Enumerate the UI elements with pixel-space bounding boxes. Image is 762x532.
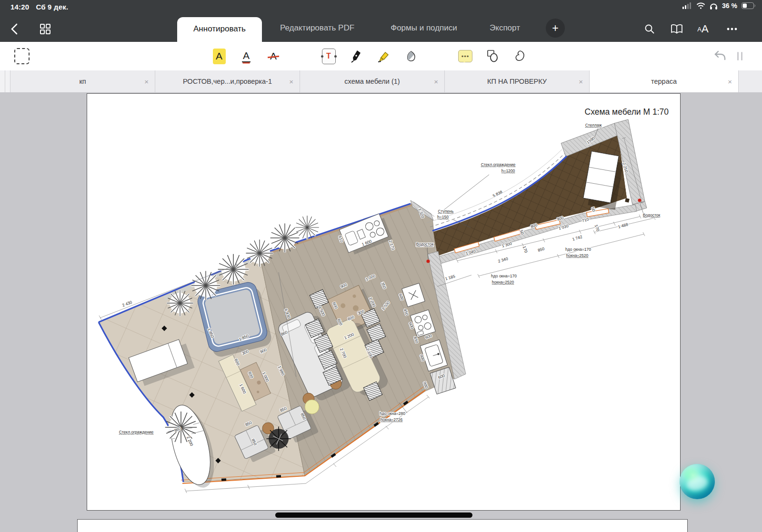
close-icon[interactable]: × <box>289 78 293 86</box>
svg-text:5 838: 5 838 <box>492 189 503 198</box>
tab-annotate[interactable]: Аннотировать <box>177 17 262 42</box>
grid-view-icon[interactable] <box>37 21 53 37</box>
svg-text:1 185: 1 185 <box>444 274 456 281</box>
highlight-tool[interactable]: A <box>210 42 229 70</box>
svg-text:Стекл.ограждение: Стекл.ограждение <box>119 430 154 434</box>
svg-text:hдо окна=170: hдо окна=170 <box>491 274 517 278</box>
pdf-page: Схема мебели М 1:70 <box>87 94 680 510</box>
search-icon[interactable] <box>642 21 658 37</box>
svg-text:170: 170 <box>522 246 529 254</box>
tab-edit-pdf[interactable]: Редактировать PDF <box>270 14 365 42</box>
svg-text:hокна=2520: hокна=2520 <box>566 253 589 258</box>
svg-text:Водосток: Водосток <box>643 213 661 217</box>
text-size-icon[interactable]: AA <box>695 21 711 37</box>
undo-button[interactable] <box>711 42 730 70</box>
document-tab-bar: кп× РОСТОВ,чер...и,проверка-1× схема меб… <box>0 70 762 93</box>
comment-tool[interactable]: ••• <box>456 42 475 70</box>
svg-text:Стеллаж: Стеллаж <box>585 123 602 128</box>
room-marker <box>625 198 629 202</box>
close-icon[interactable]: × <box>144 78 149 86</box>
highlighter-icon <box>377 49 390 63</box>
text-box-tool[interactable]: T <box>319 42 338 70</box>
annotation-toolbar: A A A T ••• <box>0 42 762 71</box>
shapes-icon <box>486 49 500 63</box>
eraser-icon <box>405 49 417 63</box>
tab-forms-signatures[interactable]: Формы и подписи <box>377 14 471 42</box>
pdf-page-next[interactable] <box>78 520 687 532</box>
status-bar: 14:20Сб 9 дек. 36 % <box>0 0 762 14</box>
svg-text:hокна=2520: hокна=2520 <box>492 280 514 285</box>
svg-text:850: 850 <box>537 246 545 253</box>
highlighter-tool[interactable] <box>374 42 393 70</box>
lasso-icon <box>513 49 527 63</box>
text-box-icon: T <box>322 49 336 64</box>
more-menu-icon[interactable] <box>724 21 740 37</box>
drain-dot-right <box>638 198 641 202</box>
toolbar-drag-handle[interactable] <box>732 42 747 70</box>
svg-text:1 488: 1 488 <box>617 222 629 229</box>
strikethrough-tool[interactable]: A <box>264 42 283 70</box>
underline-tool[interactable]: A <box>237 42 256 70</box>
top-bar: 14:20Сб 9 дек. 36 % Аннотировать Редакти… <box>0 0 762 42</box>
tab-export[interactable]: Экспорт <box>482 14 528 42</box>
pouf-yellow <box>305 400 319 414</box>
pen-tool[interactable] <box>346 42 365 70</box>
strikethrough-a-icon: A <box>269 50 278 62</box>
svg-text:2 340: 2 340 <box>497 256 509 264</box>
doc-tab-kp-na-proverku[interactable]: КП НА ПРОВЕРКУ× <box>445 70 590 92</box>
plan-drawing: Стеллаж15902 250Стекл.ограждениеh=12005 … <box>87 94 680 510</box>
svg-text:1 742: 1 742 <box>572 234 583 242</box>
back-button[interactable] <box>7 21 23 37</box>
underline-a-icon: A <box>242 50 251 62</box>
select-tool[interactable] <box>12 42 31 70</box>
comment-icon: ••• <box>458 50 472 62</box>
svg-text:Стекл.ограждение: Стекл.ограждение <box>481 162 516 167</box>
home-indicator[interactable] <box>275 512 472 518</box>
handle-icon <box>737 52 742 60</box>
tab-bar-filler <box>739 70 762 92</box>
svg-text:2 430: 2 430 <box>121 300 133 308</box>
svg-text:h=150: h=150 <box>437 215 449 219</box>
doc-tab-rostov[interactable]: РОСТОВ,чер...и,проверка-1× <box>155 70 300 92</box>
wifi-icon <box>696 2 705 9</box>
close-icon[interactable]: × <box>728 78 732 86</box>
tab-edge-sliver2[interactable] <box>5 70 10 92</box>
screen: 14:20Сб 9 дек. 36 % Аннотировать Редакти… <box>0 0 762 532</box>
battery-percent: 36 % <box>722 2 737 10</box>
status-date: Сб 9 дек. <box>36 3 68 11</box>
pen-icon <box>350 49 362 63</box>
doc-tab-shema-mebeli[interactable]: схема мебели (1)× <box>300 70 445 92</box>
svg-text:Водосток: Водосток <box>416 242 434 246</box>
shapes-tool[interactable] <box>483 42 502 70</box>
drain-dot-left <box>426 259 430 263</box>
status-time: 14:20 <box>10 3 29 11</box>
svg-text:Ступень: Ступень <box>438 209 454 214</box>
svg-text:hокна=2726: hокна=2726 <box>381 417 403 422</box>
add-tab-button[interactable]: + <box>546 19 565 38</box>
undo-icon <box>713 50 727 62</box>
selection-rect-icon <box>14 48 30 64</box>
close-icon[interactable]: × <box>579 78 583 86</box>
doc-tab-kp[interactable]: кп× <box>10 70 155 92</box>
nav-row: Аннотировать Редактировать PDF Формы и п… <box>0 14 762 42</box>
content-area[interactable]: Схема мебели М 1:70 <box>0 92 762 532</box>
battery-icon <box>742 2 755 9</box>
svg-text:hдо окна=280: hдо окна=280 <box>380 411 405 416</box>
svg-text:h=1200: h=1200 <box>501 168 515 173</box>
doc-tab-terrasa[interactable]: терраса× <box>590 70 739 92</box>
svg-text:hдо окна=170: hдо окна=170 <box>565 247 591 252</box>
headphones-icon <box>710 2 718 10</box>
close-icon[interactable]: × <box>434 78 438 86</box>
eraser-tool[interactable] <box>401 42 421 70</box>
lasso-tool[interactable] <box>511 42 530 70</box>
signal-icon <box>682 2 692 9</box>
tab-edge-sliver[interactable] <box>0 70 5 92</box>
highlight-a-icon: A <box>213 49 226 64</box>
siri-orb[interactable] <box>680 464 715 499</box>
book-icon[interactable] <box>669 21 685 37</box>
